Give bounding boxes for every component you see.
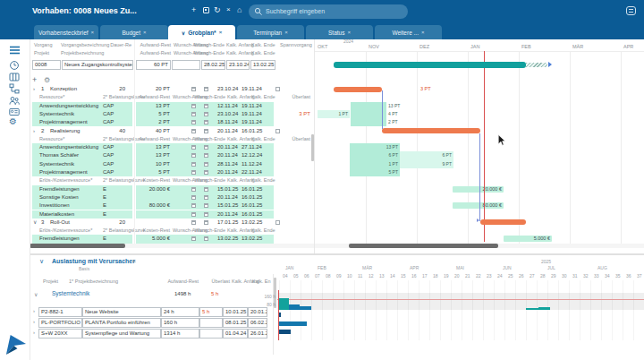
users-icon[interactable] bbox=[9, 95, 20, 106]
bottom-cell-name[interactable]: PLANTA Portfolio einführen bbox=[82, 318, 161, 328]
close-icon[interactable]: × bbox=[226, 5, 231, 13]
calendar-icon[interactable] bbox=[191, 120, 196, 124]
project-summary-bar[interactable] bbox=[334, 62, 526, 68]
hierarchy-icon[interactable] bbox=[9, 83, 20, 94]
add-icon[interactable]: + bbox=[191, 5, 196, 14]
calendar-icon[interactable] bbox=[204, 145, 208, 150]
row-expand-icon[interactable]: › bbox=[33, 330, 35, 335]
calendar-icon[interactable] bbox=[191, 220, 196, 225]
tab-close-icon[interactable]: × bbox=[284, 30, 288, 35]
bottom-cell-id[interactable]: PL-PORTFOLIO bbox=[38, 318, 82, 328]
tab-close-icon[interactable]: × bbox=[143, 30, 147, 35]
project-cell-id[interactable]: 0008 bbox=[32, 60, 61, 70]
tab-status[interactable]: Status× bbox=[306, 25, 373, 39]
menu-icon[interactable] bbox=[626, 6, 636, 15]
hamburger-menu-icon[interactable] bbox=[9, 46, 21, 55]
bottom-cell-kalk_anfang[interactable]: 08.01.25 bbox=[223, 318, 248, 328]
h-scrollbar-thumb[interactable] bbox=[30, 244, 125, 248]
calendar-icon[interactable] bbox=[191, 187, 196, 192]
home-icon[interactable]: ⌂ bbox=[237, 5, 242, 14]
calendar-icon[interactable] bbox=[204, 195, 208, 200]
calendar-icon[interactable] bbox=[204, 162, 208, 167]
project-cell-aufwand[interactable]: 60 PT bbox=[136, 60, 171, 70]
board-icon[interactable] bbox=[9, 72, 20, 82]
settings-gear-icon[interactable]: ⚙ bbox=[9, 116, 17, 126]
phase-expand-icon[interactable]: › bbox=[33, 127, 35, 135]
calendar-icon[interactable] bbox=[204, 220, 208, 225]
bottom-cell-kalk_ende[interactable]: 26.01.2 bbox=[248, 329, 267, 339]
tab-close-icon[interactable]: × bbox=[347, 30, 351, 35]
calendar-icon[interactable] bbox=[204, 120, 208, 124]
history-icon[interactable] bbox=[9, 60, 20, 71]
search-input[interactable]: Suchbegriff eingeben bbox=[249, 4, 408, 19]
calendar-icon[interactable] bbox=[191, 162, 196, 167]
calendar-icon[interactable] bbox=[204, 153, 208, 158]
calendar-icon[interactable] bbox=[191, 212, 196, 217]
calendar-icon[interactable] bbox=[191, 145, 196, 150]
project-cell-wunsch_ende[interactable]: 28.02.25 bbox=[201, 60, 225, 70]
gantt-bar-roll-out[interactable] bbox=[480, 219, 526, 225]
phase-checkbox[interactable] bbox=[275, 129, 280, 133]
group-expand-icon[interactable]: ∨ bbox=[34, 291, 38, 297]
calendar-icon[interactable] bbox=[204, 187, 208, 192]
tab-terminplan[interactable]: Terminplan× bbox=[237, 25, 304, 39]
window-icon[interactable] bbox=[203, 7, 209, 13]
calendar-icon[interactable] bbox=[204, 170, 208, 175]
bottom-cell-id[interactable]: P2-882-1 bbox=[38, 307, 82, 317]
phase-expand-icon[interactable]: ∨ bbox=[33, 219, 37, 227]
tab-weitere[interactable]: Weitere ...× bbox=[375, 25, 442, 39]
bottom-cell-wert[interactable]: 1314 h bbox=[161, 329, 199, 339]
calendar-icon[interactable] bbox=[191, 203, 196, 208]
bottom-cell-id[interactable]: S+W 20XX bbox=[38, 329, 82, 339]
tab-vorhabensteckbrief[interactable]: Vorhabensteckbrief× bbox=[34, 25, 98, 39]
bottom-cell-wert[interactable]: 160 h bbox=[161, 318, 199, 328]
project-cell-kalk_anfang[interactable]: 23.10.24 bbox=[226, 60, 250, 70]
calendar-icon[interactable] bbox=[204, 112, 208, 116]
panel-splitter[interactable] bbox=[0, 253, 644, 255]
row-expand-icon[interactable]: › bbox=[33, 308, 35, 313]
tab-chevron-down-icon[interactable]: ∨ bbox=[182, 30, 185, 36]
row-expand-icon[interactable]: › bbox=[33, 319, 35, 324]
bottom-cell-wert[interactable]: 24 h bbox=[161, 307, 199, 317]
bottom-cell-kalk_ende[interactable]: 06.02.2 bbox=[248, 318, 267, 328]
calendar-icon[interactable] bbox=[191, 129, 196, 133]
calendar-icon[interactable] bbox=[191, 153, 196, 158]
tab-budget[interactable]: Budget× bbox=[100, 25, 168, 39]
bottom-cell-ueberlast[interactable] bbox=[199, 318, 223, 328]
bottom-cell-kalk_ende[interactable]: 20.01.2 bbox=[248, 307, 267, 317]
bottom-cell-ueberlast[interactable] bbox=[199, 329, 223, 339]
v-scrollbar-thumb[interactable] bbox=[311, 134, 314, 161]
calendar-icon[interactable] bbox=[204, 236, 208, 241]
row-settings-icon[interactable]: ⚙ bbox=[44, 76, 50, 84]
project-cell-name[interactable]: Neues Zugangskontrollsystem bbox=[62, 60, 133, 70]
calendar-icon[interactable] bbox=[204, 104, 208, 108]
calendar-icon[interactable] bbox=[191, 87, 196, 91]
group-name-link[interactable]: Systemtechnik bbox=[52, 290, 89, 296]
calendar-icon[interactable] bbox=[191, 104, 196, 108]
calendar-icon[interactable] bbox=[191, 236, 196, 241]
panel-close-icon[interactable]: × bbox=[132, 258, 136, 264]
calendar-icon[interactable] bbox=[204, 87, 208, 91]
gantt-bar-realisierung[interactable] bbox=[382, 128, 480, 133]
calendar-icon[interactable] bbox=[191, 112, 196, 116]
tab-close-icon[interactable]: × bbox=[91, 30, 95, 35]
panel-collapse-icon[interactable]: ∨ bbox=[39, 258, 44, 265]
calendar-icon[interactable] bbox=[204, 212, 208, 217]
bottom-cell-kalk_anfang[interactable]: 01.04.24 bbox=[223, 329, 248, 339]
project-cell-wunsch_anfang[interactable] bbox=[172, 60, 200, 70]
gantt-bar-konzeption[interactable] bbox=[334, 87, 382, 92]
calendar-icon[interactable] bbox=[191, 195, 196, 200]
bottom-cell-name[interactable]: Neue Website bbox=[82, 307, 161, 317]
tab-grobplan[interactable]: ∨Grobplan*× bbox=[168, 25, 235, 39]
calendar-icon[interactable] bbox=[191, 170, 196, 175]
phase-expand-icon[interactable]: › bbox=[33, 85, 35, 93]
refresh-icon[interactable]: ↻ bbox=[214, 5, 221, 14]
bottom-cell-kalk_anfang[interactable]: 10.01.25 bbox=[223, 307, 248, 317]
calendar-icon[interactable] bbox=[204, 129, 208, 133]
phase-checkbox[interactable] bbox=[275, 220, 280, 225]
bottom-cell-name[interactable]: Systempflege und Wartung bbox=[82, 329, 161, 339]
tab-close-icon[interactable]: × bbox=[421, 30, 425, 35]
add-row-button[interactable]: + bbox=[32, 75, 37, 84]
phase-checkbox[interactable] bbox=[275, 87, 280, 91]
calendar-icon[interactable] bbox=[204, 203, 208, 208]
